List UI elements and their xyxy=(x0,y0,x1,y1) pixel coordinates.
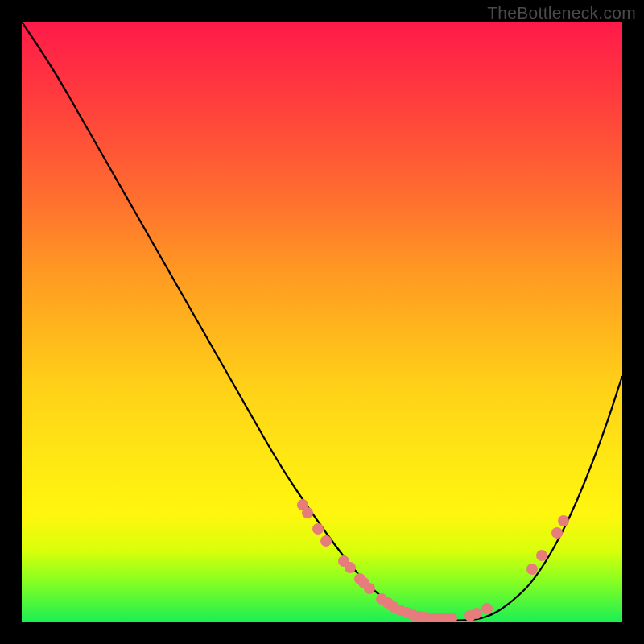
watermark-text: TheBottleneck.com xyxy=(487,3,636,23)
data-marker xyxy=(312,523,324,535)
data-marker xyxy=(481,603,493,614)
marker-group xyxy=(297,499,569,622)
data-marker xyxy=(471,608,482,619)
data-marker xyxy=(302,507,313,518)
data-marker xyxy=(364,583,375,594)
data-marker xyxy=(345,562,356,573)
data-marker xyxy=(551,527,563,539)
data-marker xyxy=(320,535,332,547)
data-marker xyxy=(526,564,538,575)
data-marker xyxy=(536,550,547,561)
data-marker xyxy=(558,515,569,526)
chart-svg-overlay xyxy=(22,22,622,622)
chart-plot-area xyxy=(22,22,622,622)
